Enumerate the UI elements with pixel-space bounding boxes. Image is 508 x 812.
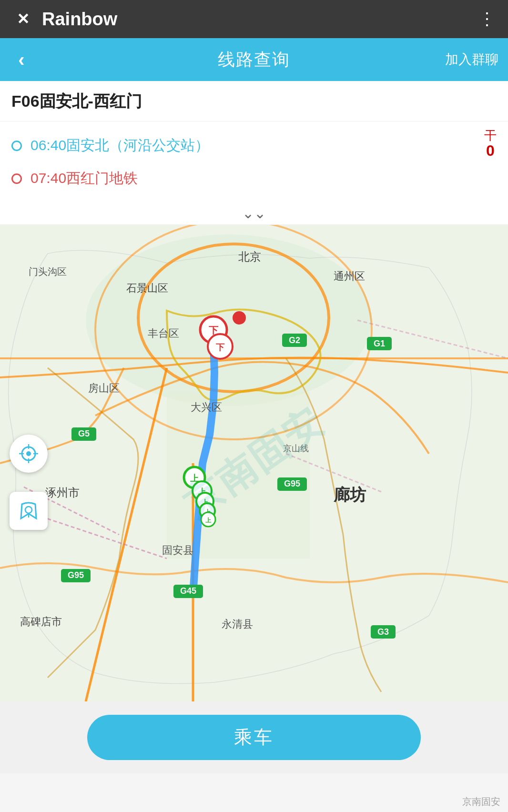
route-header: F06固安北-西红门	[0, 81, 508, 122]
counter-box: 干 0	[484, 129, 497, 160]
board-button[interactable]: 乘车	[87, 715, 421, 760]
route-stops: 干 0 06:40固安北（河沿公交站） 07:40西红门地铁	[0, 122, 508, 203]
stop-circle-blue	[11, 141, 22, 151]
svg-text:G3: G3	[377, 627, 389, 637]
map-container: 上 上 上 上 上 下 下 G2 G1 G5 G95 G95 G45	[0, 225, 508, 701]
svg-text:G2: G2	[289, 335, 300, 345]
svg-text:丰台区: 丰台区	[148, 327, 179, 339]
nav-title: 线路查询	[218, 48, 290, 71]
stop-row-1[interactable]: 06:40固安北（河沿公交站）	[11, 129, 497, 162]
svg-point-61	[25, 507, 32, 513]
svg-text:京山线: 京山线	[283, 444, 309, 453]
svg-point-27	[233, 311, 246, 325]
svg-text:G95: G95	[284, 479, 300, 488]
svg-text:G45: G45	[180, 586, 196, 596]
location-button[interactable]	[10, 435, 48, 473]
svg-text:涿州市: 涿州市	[45, 486, 80, 499]
svg-text:高碑店市: 高碑店市	[20, 616, 62, 628]
svg-text:固安县: 固安县	[162, 544, 193, 556]
route-title: F06固安北-西红门	[11, 91, 497, 112]
svg-text:下: 下	[216, 343, 225, 352]
nav-bar: ‹ 线路查询 加入群聊	[0, 38, 508, 81]
menu-button[interactable]: ⋮	[478, 9, 497, 29]
stop-label-1: 06:40固安北（河沿公交站）	[30, 136, 209, 155]
svg-text:大兴区: 大兴区	[191, 401, 222, 413]
back-button[interactable]: ‹	[10, 49, 33, 71]
bookmark-button[interactable]	[10, 492, 48, 530]
app-title: Rainbow	[42, 9, 117, 30]
svg-text:通州区: 通州区	[334, 270, 365, 282]
stop-circle-red	[11, 173, 22, 184]
svg-text:上: 上	[205, 517, 212, 524]
svg-text:北京: 北京	[238, 250, 261, 263]
counter-icon: 干	[484, 129, 497, 142]
svg-text:石景山区: 石景山区	[126, 282, 168, 294]
svg-text:G95: G95	[68, 570, 84, 580]
bottom-bar: 乘车	[0, 701, 508, 773]
join-group-button[interactable]: 加入群聊	[445, 51, 498, 69]
svg-text:G1: G1	[374, 339, 385, 348]
svg-text:永清县: 永清县	[222, 618, 253, 630]
svg-text:门头沟区: 门头沟区	[29, 266, 67, 277]
svg-text:廊坊: 廊坊	[333, 486, 366, 504]
map-svg: 上 上 上 上 上 下 下 G2 G1 G5 G95 G95 G45	[0, 225, 508, 701]
svg-text:房山区: 房山区	[88, 382, 120, 394]
brand-watermark: 京南固安	[462, 795, 500, 808]
title-bar: ✕ Rainbow ⋮	[0, 0, 508, 38]
svg-text:G5: G5	[78, 429, 90, 438]
chevron-down-icon: ⌄⌄	[242, 206, 266, 221]
counter-value: 0	[486, 142, 495, 160]
svg-point-56	[26, 451, 31, 456]
stop-row-2[interactable]: 07:40西红门地铁	[11, 162, 497, 195]
stop-label-2: 07:40西红门地铁	[30, 169, 138, 188]
expand-row[interactable]: ⌄⌄	[0, 203, 508, 225]
close-button[interactable]: ✕	[11, 8, 34, 30]
